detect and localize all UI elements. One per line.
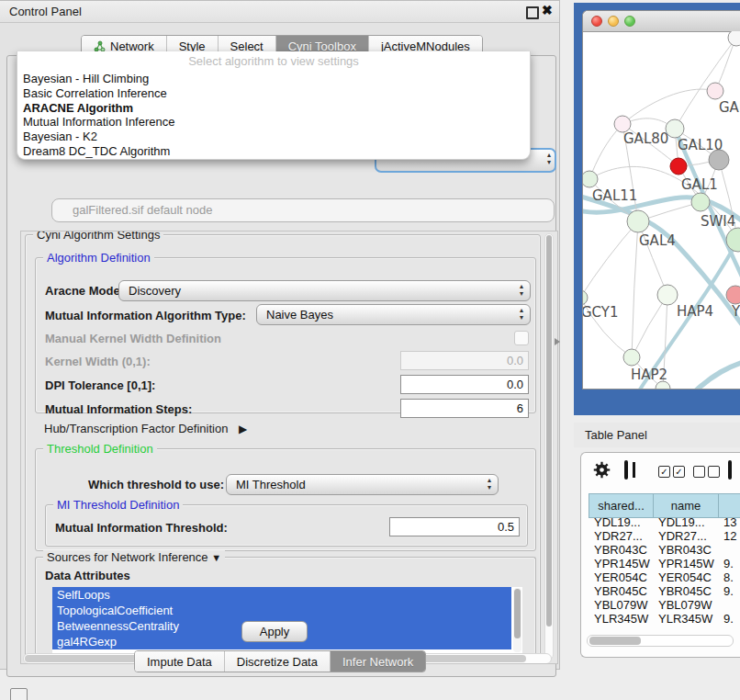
hub-definition-expander[interactable]: Hub/Transcription Factor Definition ▶: [44, 422, 247, 435]
table-row[interactable]: YLR345WYLR345W9.: [589, 612, 740, 626]
network-node-y[interactable]: [726, 286, 740, 304]
node-table-body-clip: YDL19...YDL19...13YDR27...YDR27...12YBR0…: [589, 515, 740, 627]
table-row[interactable]: YDR27...YDR27...12: [589, 529, 740, 543]
table-row[interactable]: YPR145WYPR145W9.: [589, 557, 740, 570]
network-node-gal[interactable]: [707, 83, 723, 99]
combo-arrows-icon: ▴▾: [520, 307, 523, 322]
data-attribute-item[interactable]: TopologicalCoefficient: [52, 603, 511, 618]
table-cell: YPR145W: [653, 557, 718, 570]
node-label: GCY1: [583, 304, 619, 321]
table-cell: YPR145W: [589, 557, 653, 570]
network-node-gal11[interactable]: [583, 171, 598, 187]
control-panel-window: Control Panel ✖ Network S: [0, 0, 560, 670]
settings-vertical-scrollbar[interactable]: [544, 233, 554, 660]
manual-kernel-checkbox[interactable]: [514, 331, 529, 345]
network-node-gal10[interactable]: [666, 119, 684, 138]
network-node-hap2[interactable]: [623, 349, 640, 366]
mi-threshold-label: Mutual Information Threshold:: [55, 521, 228, 535]
table-cell: 9.: [718, 557, 740, 570]
control-panel-titlebar[interactable]: Control Panel ✖: [0, 1, 559, 23]
sources-title[interactable]: Sources for Network Inference ▼: [43, 550, 225, 564]
table-row[interactable]: YIL052CYIL052C9.: [589, 626, 740, 627]
table-row[interactable]: YBL079WYBL079W: [589, 598, 740, 612]
zoom-traffic-light-icon[interactable]: [624, 16, 635, 27]
network-canvas[interactable]: GALGAL80GAL10GAL11GAL1SWI4GAL4GCY1HAP4YH…: [583, 31, 740, 390]
mi-threshold-input[interactable]: 0.5: [389, 517, 520, 536]
algorithm-option[interactable]: ARACNE Algorithm: [17, 101, 530, 116]
network-node-gal4[interactable]: [627, 210, 649, 232]
table-selector-combobox[interactable]: galFiltered.sif default node: [51, 198, 555, 222]
algorithm-option[interactable]: Bayesian - K2: [17, 130, 530, 144]
mi-threshold-definition-title: MI Threshold Definition: [53, 498, 183, 512]
panel-splitter-icon[interactable]: [555, 338, 560, 345]
table-column-header[interactable]: [719, 494, 740, 518]
network-icon: [94, 40, 106, 52]
network-node-hap4[interactable]: [657, 285, 678, 305]
tab-discretize-data[interactable]: Discretize Data: [225, 651, 331, 672]
network-node[interactable]: [709, 150, 729, 170]
node-label: GAL: [719, 99, 740, 116]
algorithm-popup-list: Bayesian - Hill ClimbingBasic Correlatio…: [17, 72, 530, 159]
minimize-traffic-light-icon[interactable]: [608, 16, 619, 27]
which-threshold-select[interactable]: MI Threshold ▴▾: [226, 474, 499, 495]
network-node-gal1[interactable]: [691, 193, 710, 211]
node-table[interactable]: YDL19...YDL19...13YDR27...YDR27...12YBR0…: [589, 515, 740, 627]
dpi-tolerance-input[interactable]: 0.0: [400, 375, 529, 394]
table-horizontal-scrollbar[interactable]: [587, 635, 734, 647]
table-row[interactable]: YBR045CYBR045C9.: [589, 584, 740, 598]
kernel-width-input[interactable]: 0.0: [400, 351, 529, 370]
tab-discretize-label: Discretize Data: [237, 655, 318, 669]
table-cell: 8.: [718, 570, 740, 584]
table-column-header[interactable]: name: [654, 494, 719, 518]
table-cell: 9.: [718, 584, 740, 598]
table-row[interactable]: YER054CYER054C8.: [589, 570, 740, 584]
float-window-icon[interactable]: [526, 6, 539, 19]
combo-arrows-icon: ▴▾: [488, 477, 491, 491]
aracne-mode-select[interactable]: Discovery ▴▾: [118, 280, 531, 301]
bottom-corner-icon[interactable]: [10, 688, 28, 700]
network-node[interactable]: [670, 158, 687, 175]
algorithm-option[interactable]: Dream8 DC_TDC Algorithm: [17, 144, 530, 159]
mi-type-value: Naive Bayes: [266, 305, 333, 324]
cyni-algorithm-settings-group: Cyni Algorithm Settings Algorithm Defini…: [25, 234, 541, 659]
data-attribute-item[interactable]: SelfLoops: [52, 587, 511, 603]
tab-impute-data[interactable]: Impute Data: [135, 651, 225, 672]
threshold-definition-title: Threshold Definition: [43, 442, 157, 456]
table-column-header[interactable]: shared...: [589, 494, 654, 518]
gear-icon[interactable]: [593, 461, 611, 482]
table-cell: YLR345W: [653, 612, 718, 626]
algorithm-definition-title: Algorithm Definition: [43, 251, 154, 265]
table-cell: 13: [718, 515, 740, 529]
node-label: GAL4: [639, 232, 676, 249]
algorithm-option[interactable]: Basic Correlation Inference: [17, 86, 530, 101]
close-icon[interactable]: ✖: [542, 3, 553, 17]
node-label: SWI4: [701, 213, 735, 230]
apply-button[interactable]: Apply: [241, 621, 308, 642]
deselect-all-columns-icon[interactable]: [693, 466, 720, 478]
table-cell: YDR27...: [589, 529, 653, 543]
control-panel-title: Control Panel: [9, 5, 82, 18]
attributes-scrollbar[interactable]: [513, 588, 521, 652]
algorithm-option[interactable]: Bayesian - Hill Climbing: [17, 72, 530, 86]
algorithm-popup-placeholder: Select algorithm to view settings: [17, 54, 530, 68]
table-row[interactable]: YBR043CYBR043C: [589, 543, 740, 557]
tab-infer-label: Infer Network: [342, 655, 413, 669]
node-table-header: shared...name: [589, 493, 740, 518]
table-cell: YIL052C: [653, 626, 718, 627]
select-all-columns-icon[interactable]: ✓✓: [658, 466, 685, 478]
table-cell: YER054C: [589, 570, 653, 584]
network-view-frame: GALGAL80GAL10GAL11GAL1SWI4GAL4GCY1HAP4YH…: [574, 3, 740, 415]
network-node[interactable]: [728, 31, 740, 46]
tab-infer-network[interactable]: Infer Network: [331, 651, 425, 672]
table-row[interactable]: YDL19...YDL19...13: [589, 515, 740, 529]
network-window-titlebar[interactable]: [583, 11, 740, 32]
network-node-gcy1[interactable]: [583, 290, 588, 305]
node-label: HAP2: [631, 367, 667, 383]
mi-algorithm-type-select[interactable]: Naive Bayes ▴▾: [256, 304, 531, 325]
new-table-icon[interactable]: [728, 462, 732, 479]
bottom-tabs: Impute Data Discretize Data Infer Networ…: [134, 650, 426, 672]
mi-steps-input[interactable]: 6: [400, 399, 529, 418]
close-traffic-light-icon[interactable]: [591, 16, 602, 27]
split-panel-icon[interactable]: [624, 462, 628, 479]
algorithm-option[interactable]: Mutual Information Inference: [17, 115, 530, 130]
